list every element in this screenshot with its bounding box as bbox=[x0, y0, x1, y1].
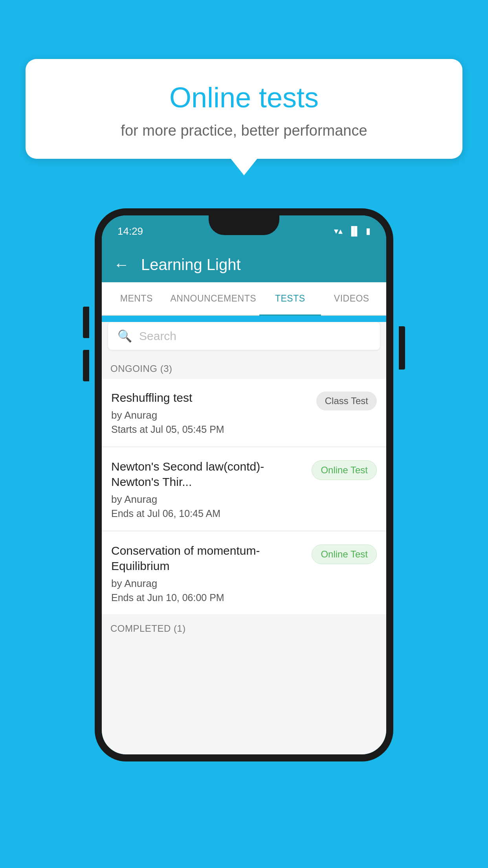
phone-content: 🔍 Search ONGOING (3) Reshuffling test by… bbox=[102, 322, 386, 754]
test-by-newton: by Anurag bbox=[111, 493, 304, 506]
test-card-conservation[interactable]: Conservation of momentum-Equilibrium by … bbox=[102, 532, 386, 615]
tab-announcements[interactable]: ANNOUNCEMENTS bbox=[167, 282, 259, 315]
test-time-conservation: Ends at Jun 10, 06:00 PM bbox=[111, 592, 304, 603]
badge-class-test: Class Test bbox=[316, 392, 377, 410]
test-name-newton: Newton's Second law(contd)-Newton's Thir… bbox=[111, 459, 304, 489]
test-info-newton: Newton's Second law(contd)-Newton's Thir… bbox=[111, 459, 312, 519]
test-card-newton[interactable]: Newton's Second law(contd)-Newton's Thir… bbox=[102, 448, 386, 531]
test-name-conservation: Conservation of momentum-Equilibrium bbox=[111, 543, 304, 574]
bubble-subtitle: for more practice, better performance bbox=[49, 122, 439, 139]
app-bar: ← Learning Light bbox=[102, 247, 386, 282]
battery-icon: ▮ bbox=[366, 226, 371, 236]
power-button bbox=[399, 326, 405, 370]
wifi-icon: ▾▴ bbox=[334, 226, 343, 236]
status-time: 14:29 bbox=[117, 225, 143, 237]
test-name-reshuffling: Reshuffling test bbox=[111, 390, 308, 405]
test-time-reshuffling: Starts at Jul 05, 05:45 PM bbox=[111, 424, 308, 435]
tab-videos[interactable]: VIDEOS bbox=[321, 282, 382, 315]
volume-up-button bbox=[83, 307, 89, 338]
signal-icon: ▐▌ bbox=[348, 226, 360, 236]
bubble-title: Online tests bbox=[49, 81, 439, 114]
app-title: Learning Light bbox=[141, 256, 241, 274]
tabs-bar: MENTS ANNOUNCEMENTS TESTS VIDEOS bbox=[102, 282, 386, 316]
back-button[interactable]: ← bbox=[114, 256, 129, 274]
phone-frame: 14:29 ▾▴ ▐▌ ▮ ← Learning Light MENTS ANN… bbox=[95, 208, 393, 761]
speech-bubble: Online tests for more practice, better p… bbox=[26, 59, 462, 159]
phone-wrapper: 14:29 ▾▴ ▐▌ ▮ ← Learning Light MENTS ANN… bbox=[95, 208, 393, 761]
search-input[interactable]: Search bbox=[139, 329, 176, 343]
search-icon: 🔍 bbox=[117, 329, 132, 343]
badge-online-test-newton: Online Test bbox=[312, 460, 377, 480]
test-info-reshuffling: Reshuffling test by Anurag Starts at Jul… bbox=[111, 390, 316, 435]
tab-tests[interactable]: TESTS bbox=[259, 282, 321, 315]
test-card-reshuffling[interactable]: Reshuffling test by Anurag Starts at Jul… bbox=[102, 379, 386, 447]
search-bar[interactable]: 🔍 Search bbox=[108, 322, 380, 350]
test-time-newton: Ends at Jul 06, 10:45 AM bbox=[111, 508, 304, 519]
test-by-conservation: by Anurag bbox=[111, 577, 304, 590]
tab-ments[interactable]: MENTS bbox=[106, 282, 167, 315]
volume-down-button bbox=[83, 350, 89, 381]
test-by-reshuffling: by Anurag bbox=[111, 409, 308, 421]
ongoing-section-header: ONGOING (3) bbox=[102, 356, 386, 379]
test-info-conservation: Conservation of momentum-Equilibrium by … bbox=[111, 543, 312, 603]
status-bar: 14:29 ▾▴ ▐▌ ▮ bbox=[102, 215, 386, 247]
status-icons: ▾▴ ▐▌ ▮ bbox=[334, 226, 371, 236]
completed-section-header: COMPLETED (1) bbox=[102, 616, 386, 639]
badge-online-test-conservation: Online Test bbox=[312, 544, 377, 564]
